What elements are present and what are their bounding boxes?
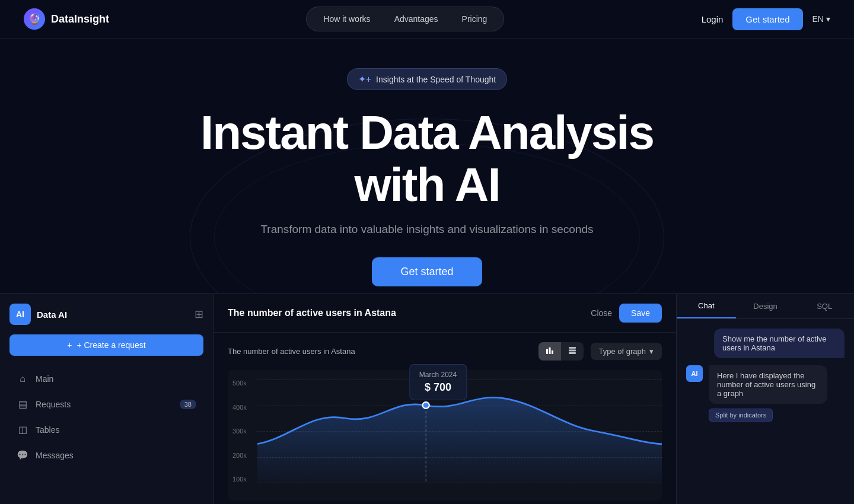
sidebar-header: AI Data AI ⊞ [9,304,203,325]
logo-icon: 🔮 [24,8,45,30]
plus-icon: + [67,340,72,350]
login-button[interactable]: Login [702,14,724,24]
user-message: Show me the number of active users in As… [714,328,845,358]
sidebar-item-tables-label: Tables [36,425,59,435]
chart-label: The number of active users in Astana [228,347,531,356]
nav-how-it-works[interactable]: How it works [314,11,380,27]
right-panel: Chat Design SQL Show me the number of ac… [676,294,854,504]
create-request-button[interactable]: + + Create a request [9,334,203,356]
sidebar-logo-letters: AI [16,310,24,319]
svg-rect-4 [569,350,576,352]
chart-panel-title: The number of active users in Astana [228,308,396,318]
main-content: The number of active users in Astana Clo… [214,294,676,504]
ai-message-actions: Split by indicators [709,409,827,422]
ai-message: AI Here I have displayed the number of a… [686,365,845,422]
chevron-down-icon: ▾ [826,14,830,24]
tooltip-date: March 2024 [419,371,457,379]
brand-logo[interactable]: 🔮 DataInsight [24,8,109,30]
hero-title: Instant Data Analysis with AI [160,107,694,211]
hero-section: ✦+ Insights at the Speed of Thought Inst… [0,39,854,304]
chart-y-labels: 500k 400k 300k 200k 100k [232,379,247,483]
language-selector[interactable]: EN ▾ [812,14,830,24]
svg-rect-3 [569,347,576,349]
ai-message-text: Here I have displayed the number of acti… [709,365,827,404]
tables-icon: ◫ [17,424,28,435]
hero-badge-text: Insights at the Speed of Thought [376,75,496,84]
chart-section: The number of active users in Astana [214,333,676,504]
sidebar-nav: ⌂ Main ▤ Requests 38 ◫ Tables 💬 Messages [9,368,203,467]
split-by-indicators-button[interactable]: Split by indicators [709,409,773,422]
create-request-label: + Create a request [77,340,145,350]
graph-type-label: Type of graph [599,347,646,356]
messages-icon: 💬 [17,449,28,461]
sidebar-item-requests-label: Requests [36,400,71,409]
save-button[interactable]: Save [619,304,662,323]
y-label-200k: 200k [232,452,247,459]
requests-badge: 38 [180,400,196,409]
chevron-down-icon: ▾ [649,347,654,356]
get-started-nav-button[interactable]: Get started [732,8,802,30]
tab-chat[interactable]: Chat [677,294,736,318]
panel-messages: Show me the number of active users in As… [677,319,854,504]
user-message-text: Show me the number of active users in As… [722,334,827,352]
svg-rect-2 [552,350,553,354]
ai-avatar-letters: AI [692,370,698,377]
svg-rect-1 [549,347,550,354]
sidebar-item-messages-label: Messages [36,451,74,460]
hero-badge: ✦+ Insights at the Speed of Thought [347,68,507,90]
y-label-300k: 300k [232,428,247,435]
nav-advantages[interactable]: Advantages [385,11,448,27]
get-started-hero-button[interactable]: Get started [372,257,482,286]
demo-section: AI Data AI ⊞ + + Create a request ⌂ Main… [0,294,854,504]
table-view-button[interactable] [561,342,584,361]
navbar: 🔮 DataInsight How it works Advantages Pr… [0,0,854,39]
hero-subtitle: Transform data into valuable insights an… [260,223,593,236]
grid-line-5 [257,483,662,483]
requests-icon: ▤ [17,398,28,410]
nav-pricing[interactable]: Pricing [453,11,497,27]
tab-design[interactable]: Design [736,294,795,318]
chart-view-buttons [538,342,584,361]
navbar-actions: Login Get started EN ▾ [702,8,830,30]
brand-name: DataInsight [51,13,109,25]
chart-toolbar: The number of active users in Astana [228,342,662,361]
y-label-100k: 100k [232,476,247,483]
sidebar-logo-icon: AI [9,304,31,325]
sidebar: AI Data AI ⊞ + + Create a request ⌂ Main… [0,294,214,504]
chart-area: 500k 400k 300k 200k 100k [228,370,662,500]
ai-avatar: AI [686,365,703,382]
sidebar-item-main[interactable]: ⌂ Main [9,368,203,390]
bar-chart-view-button[interactable] [538,342,561,361]
sidebar-item-requests[interactable]: ▤ Requests 38 [9,393,203,416]
graph-type-button[interactable]: Type of graph ▾ [591,343,662,360]
table-icon [568,346,576,355]
navbar-nav: How it works Advantages Pricing [306,7,504,31]
svg-rect-0 [546,349,548,354]
chart-area-fill [257,397,662,483]
sidebar-item-messages[interactable]: 💬 Messages [9,444,203,467]
chart-svg [257,379,662,483]
main-header: The number of active users in Astana Clo… [214,294,676,333]
sparkle-icon: ✦+ [358,74,371,85]
svg-rect-5 [569,352,576,354]
sidebar-logo: AI Data AI [9,304,67,325]
sidebar-item-main-label: Main [36,374,53,384]
home-icon: ⌂ [17,374,28,384]
sidebar-toggle-icon[interactable]: ⊞ [195,308,203,321]
sidebar-logo-text: Data AI [37,310,67,320]
y-label-500k: 500k [232,379,247,387]
ai-message-content: Here I have displayed the number of acti… [709,365,827,422]
lang-label: EN [812,14,824,24]
sidebar-item-tables[interactable]: ◫ Tables [9,418,203,441]
bar-chart-icon [546,346,554,355]
main-header-actions: Close Save [591,304,662,323]
close-button[interactable]: Close [591,308,612,318]
y-label-400k: 400k [232,404,247,411]
tab-sql[interactable]: SQL [795,294,854,318]
panel-tabs: Chat Design SQL [677,294,854,319]
